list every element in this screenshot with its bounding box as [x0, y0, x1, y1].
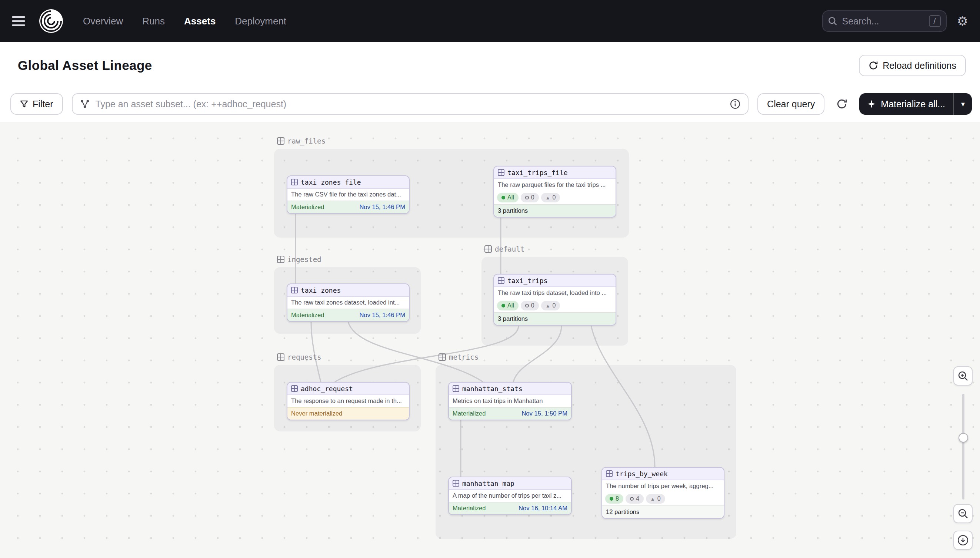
nav-item-runs[interactable]: Runs: [142, 16, 165, 27]
group-name: default: [495, 245, 524, 253]
asset-description: The raw taxi zones dataset, loaded int..…: [287, 297, 409, 309]
recenter-download-button[interactable]: [953, 531, 973, 550]
materialized-count: All: [507, 194, 514, 201]
asset-node-header: taxi_trips: [494, 274, 616, 287]
group-label-default[interactable]: default: [484, 245, 524, 253]
asset-node-manhattan-map[interactable]: manhattan_map A map of the number of tri…: [448, 477, 572, 515]
failed-count: 0: [531, 302, 534, 309]
missing-partitions-badge[interactable]: ▲0: [541, 301, 560, 310]
materialized-count: 8: [616, 496, 619, 502]
global-search-input[interactable]: Search... /: [822, 10, 947, 32]
failed-count: 0: [531, 194, 534, 201]
clear-query-button[interactable]: Clear query: [758, 93, 824, 115]
zoom-out-icon: [958, 509, 968, 519]
nav-item-deployment[interactable]: Deployment: [235, 16, 286, 27]
materialized-partitions-badge[interactable]: All: [497, 193, 519, 202]
asset-node-trips-by-week[interactable]: trips_by_week The number of trips per we…: [601, 467, 725, 519]
asset-node-taxi-trips[interactable]: taxi_trips The raw taxi trips dataset, l…: [493, 274, 616, 326]
asset-node-taxi-trips-file[interactable]: taxi_trips_file The raw parquet files fo…: [493, 166, 616, 218]
menu-icon[interactable]: [12, 16, 25, 26]
filter-button[interactable]: Filter: [10, 93, 63, 115]
asset-node-header: taxi_zones_file: [287, 176, 409, 189]
refresh-icon: [836, 98, 847, 110]
clear-query-label: Clear query: [767, 99, 815, 110]
group-label-ingested[interactable]: ingested: [277, 255, 321, 263]
asset-description: The raw parquet files for the taxi trips…: [494, 179, 616, 191]
asset-node-taxi-zones[interactable]: taxi_zones The raw taxi zones dataset, l…: [287, 284, 410, 322]
filter-button-label: Filter: [33, 99, 53, 110]
asset-node-header: taxi_zones: [287, 284, 409, 297]
primary-nav: Overview Runs Assets Deployment: [83, 16, 286, 27]
asset-node-header: manhattan_map: [449, 478, 571, 490]
materialization-timestamp[interactable]: Nov 16, 10:14 AM: [519, 505, 567, 512]
group-name: metrics: [449, 353, 479, 361]
missing-partitions-badge[interactable]: ▲0: [541, 193, 560, 202]
asset-description: Metrics on taxi trips in Manhattan: [449, 395, 571, 407]
info-icon[interactable]: [730, 99, 740, 109]
partitions-summary: 3 partitions: [494, 312, 616, 325]
failed-partitions-badge[interactable]: 0: [521, 193, 539, 202]
asset-node-header: manhattan_stats: [449, 382, 571, 395]
top-navbar: Overview Runs Assets Deployment Search..…: [0, 0, 980, 42]
asset-name: taxi_zones_file: [301, 178, 361, 186]
failed-ring-icon: [630, 497, 634, 501]
search-icon: [828, 16, 837, 26]
group-label-metrics[interactable]: metrics: [438, 353, 479, 361]
chevron-down-icon: ▾: [961, 100, 965, 108]
lineage-canvas[interactable]: raw_files ingested default requests metr…: [0, 122, 980, 558]
group-grid-icon: [438, 353, 446, 361]
nav-item-overview[interactable]: Overview: [83, 16, 123, 27]
zoom-slider-thumb[interactable]: [959, 433, 968, 443]
asset-name: adhoc_request: [301, 385, 353, 392]
warning-triangle-icon: ▲: [545, 304, 550, 308]
zoom-out-button[interactable]: [953, 504, 973, 523]
settings-gear-icon[interactable]: ⚙: [957, 15, 968, 27]
failed-ring-icon: [525, 196, 529, 199]
group-label-requests[interactable]: requests: [277, 353, 321, 361]
warning-triangle-icon: ▲: [545, 195, 550, 200]
asset-node-taxi-zones-file[interactable]: taxi_zones_file The raw CSV file for the…: [287, 176, 410, 214]
failed-partitions-badge[interactable]: 4: [626, 494, 644, 504]
table-icon: [291, 287, 298, 294]
asset-status-row: Materialized Nov 15, 1:46 PM: [287, 200, 409, 213]
search-placeholder: Search...: [842, 16, 924, 27]
group-name: requests: [287, 353, 321, 361]
zoom-slider-track[interactable]: [962, 394, 964, 499]
lineage-toolbar: Filter Clear query Materialize all... ▾: [0, 89, 980, 122]
status-label: Materialized: [453, 505, 486, 512]
asset-name: taxi_trips_file: [507, 169, 568, 177]
materialized-dot-icon: [501, 304, 505, 307]
asset-name: trips_by_week: [616, 470, 668, 478]
materialized-count: All: [507, 302, 514, 309]
refresh-query-button[interactable]: [833, 93, 850, 115]
failed-count: 4: [636, 496, 639, 502]
partition-health-badges: All 0 ▲0: [494, 299, 616, 312]
materialized-partitions-badge[interactable]: All: [497, 301, 519, 310]
materialized-dot-icon: [609, 497, 613, 501]
failed-partitions-badge[interactable]: 0: [521, 301, 539, 310]
table-icon: [498, 169, 504, 176]
materialization-timestamp[interactable]: Nov 15, 1:46 PM: [359, 204, 405, 211]
nav-item-assets[interactable]: Assets: [184, 16, 216, 27]
asset-node-adhoc-request[interactable]: adhoc_request The response to an request…: [287, 382, 410, 420]
materialized-partitions-badge[interactable]: 8: [605, 494, 623, 504]
group-label-raw-files[interactable]: raw_files: [277, 137, 326, 145]
asset-node-manhattan-stats[interactable]: manhattan_stats Metrics on taxi trips in…: [448, 382, 572, 420]
asset-description: The raw taxi trips dataset, loaded into …: [494, 287, 616, 299]
dagster-app: Overview Runs Assets Deployment Search..…: [0, 0, 980, 558]
dagster-logo-icon[interactable]: [38, 8, 64, 34]
asset-subset-input[interactable]: [96, 99, 725, 110]
materialize-caret-button[interactable]: ▾: [954, 93, 972, 115]
op-selector-icon: [80, 99, 90, 109]
missing-partitions-badge[interactable]: ▲0: [646, 494, 665, 504]
zoom-in-button[interactable]: [953, 366, 973, 386]
materialization-timestamp[interactable]: Nov 15, 1:46 PM: [359, 312, 405, 319]
asset-node-header: adhoc_request: [287, 382, 409, 395]
materialize-all-button[interactable]: Materialize all... ▾: [859, 93, 972, 115]
materialization-timestamp[interactable]: Nov 15, 1:50 PM: [522, 410, 567, 417]
asset-description: The raw CSV file for the taxi zones dat.…: [287, 189, 409, 200]
asset-name: manhattan_stats: [462, 385, 522, 392]
asset-subset-input-wrap: [72, 93, 749, 115]
filter-funnel-icon: [20, 100, 28, 108]
reload-definitions-button[interactable]: Reload definitions: [859, 55, 966, 76]
